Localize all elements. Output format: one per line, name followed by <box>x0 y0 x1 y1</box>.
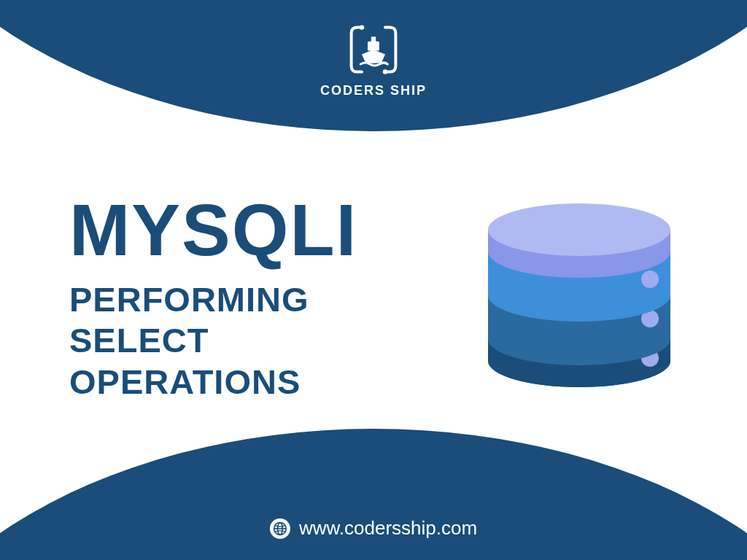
page-subtitle: PERFORMING SELECT OPERATIONS <box>69 279 357 402</box>
subtitle-line-3: OPERATIONS <box>69 362 357 402</box>
website-url: www.codersship.com <box>299 517 477 540</box>
svg-point-0 <box>360 25 364 29</box>
svg-point-1 <box>383 69 387 74</box>
subtitle-line-1: PERFORMING <box>69 279 357 320</box>
svg-rect-2 <box>368 42 379 51</box>
brand-logo-block: CODERS SHIP <box>320 20 427 98</box>
page-title: MYSQLI <box>69 193 357 266</box>
subtitle-line-2: SELECT <box>69 320 357 361</box>
brand-name: CODERS SHIP <box>320 83 427 98</box>
database-icon <box>481 193 678 397</box>
website-link-block: www.codersship.com <box>270 517 477 540</box>
globe-icon <box>270 518 290 539</box>
main-heading-block: MYSQLI PERFORMING SELECT OPERATIONS <box>69 193 357 402</box>
svg-rect-3 <box>371 36 376 42</box>
ship-logo-icon <box>344 20 403 79</box>
svg-point-8 <box>488 203 670 256</box>
bottom-curved-banner <box>0 429 747 560</box>
svg-point-7 <box>641 271 659 288</box>
